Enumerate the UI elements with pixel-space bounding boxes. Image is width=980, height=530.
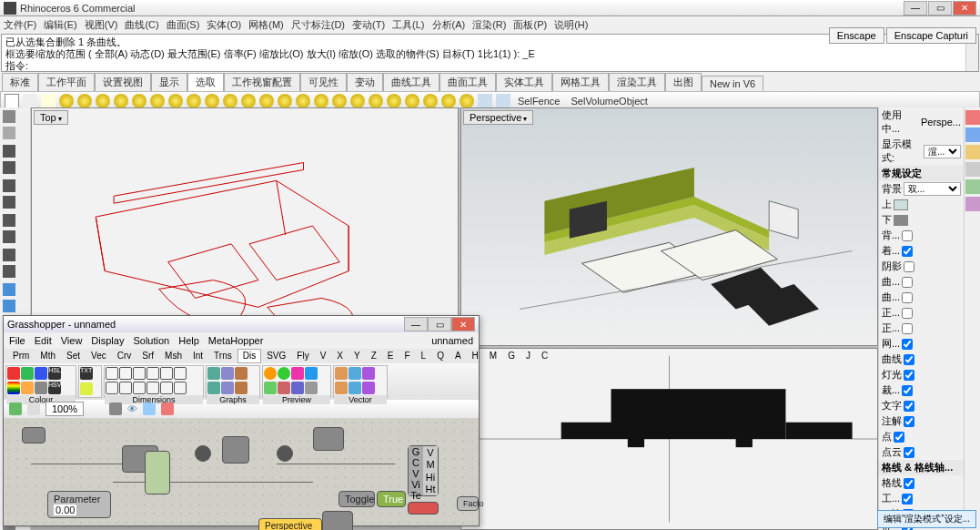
tab-viewport[interactable]: 工作视窗配置 [224,73,300,91]
rp-check[interactable] [902,246,913,257]
viewport-persp-label[interactable]: Perspective▾ [463,110,533,125]
arc-icon[interactable] [3,196,15,209]
tab-meshtools[interactable]: 网格工具 [552,73,609,91]
rp-check[interactable] [904,416,914,427]
gh-tab-z[interactable]: Z [366,349,382,363]
bg-select[interactable]: 双... [904,182,961,196]
gh-tab-x[interactable]: X [331,349,349,363]
ellipse-icon[interactable] [3,265,15,278]
sel-icon[interactable] [369,94,383,108]
polygon-icon[interactable] [3,230,15,243]
gh-menu-solution[interactable]: Solution [133,335,169,346]
sel-icon[interactable] [114,94,128,108]
tab-rendertools[interactable]: 渲染工具 [609,73,665,91]
rp-check[interactable] [904,478,914,489]
menu-transform[interactable]: 变动(T) [352,18,385,32]
viewport-front[interactable] [460,348,878,530]
sel-icon[interactable] [278,94,292,108]
menu-dimension[interactable]: 尺寸标注(D) [291,18,345,32]
rp-check[interactable] [902,292,913,303]
gh-toggle-node[interactable]: Toggle [338,491,375,507]
gh-tab-e[interactable]: E [382,349,399,363]
pointer-icon[interactable] [3,110,15,123]
surface-icon[interactable] [3,283,15,296]
sel-icon[interactable] [150,94,165,108]
sel-icon[interactable] [460,94,474,108]
gh-maximize-button[interactable]: ▭ [428,317,451,331]
sel-icon[interactable] [168,94,183,108]
gh-tab-dis[interactable]: Dis [237,349,261,363]
gh-tab-c[interactable]: C [536,349,553,363]
selfence-button[interactable]: SelFence [514,96,563,107]
rp-check[interactable] [894,432,904,443]
sel-icon[interactable] [223,94,237,108]
gh-toggle-true[interactable]: True [377,491,406,507]
sel-icon[interactable] [59,94,74,108]
gh-facto-node[interactable]: Facto [457,496,479,511]
tool-icon[interactable] [23,94,37,108]
sel-icon[interactable] [296,94,310,108]
gh-tab-fly[interactable]: Fly [291,349,314,363]
rp-check[interactable] [904,354,914,365]
rp-check[interactable] [904,370,914,381]
enscape-button[interactable]: Enscape [829,27,884,44]
gh-tab-h[interactable]: H [467,349,484,363]
gh-docname[interactable]: unnamed [431,335,473,346]
gh-tab-srf[interactable]: Srf [136,349,159,363]
gh-node[interactable] [145,451,170,494]
rp-check[interactable] [904,447,914,458]
gh-tab-int[interactable]: Int [187,349,208,363]
sel-icon[interactable] [405,94,419,108]
layers-icon[interactable] [965,127,980,142]
sel-icon[interactable] [241,94,256,108]
circle-icon[interactable] [3,179,15,192]
gh-node[interactable] [222,436,249,464]
sel-icon[interactable] [350,94,365,108]
maximize-button[interactable]: ▭ [928,1,952,15]
menu-surface[interactable]: 曲面(S) [167,18,200,32]
gh-tab-trns[interactable]: Trns [208,349,237,363]
enscape-capture-button[interactable]: Enscape Capturi [886,27,976,44]
display-mode-select[interactable]: 渲... [924,145,961,158]
tab-cplane[interactable]: 工作平面 [38,73,95,91]
down-swatch[interactable] [894,215,908,226]
gh-perspective-node[interactable]: Perspective [258,518,322,530]
gh-tab-m[interactable]: M [484,349,502,363]
render-icon[interactable] [965,179,980,194]
gh-close-button[interactable]: ✕ [451,317,475,331]
tool-icon[interactable] [5,94,19,108]
gh-menu-file[interactable]: File [9,335,25,346]
rp-check[interactable] [902,494,913,505]
gh-menu-metahopper[interactable]: MetaHopper [208,335,264,346]
menu-solid[interactable]: 实体(O) [207,18,241,32]
gh-tab-crv[interactable]: Crv [112,349,137,363]
panel-tab-active[interactable]: 使用中... [882,108,919,136]
help-icon[interactable] [965,197,980,211]
gh-tab-msh[interactable]: Msh [159,349,187,363]
gh-node[interactable] [322,511,353,530]
tab-solidtools[interactable]: 实体工具 [496,73,552,91]
up-swatch[interactable] [894,199,908,210]
gh-tab-set[interactable]: Set [61,349,86,363]
rp-check[interactable] [902,308,913,319]
properties-icon[interactable] [965,145,980,159]
rp-check[interactable] [904,401,914,412]
gh-big-component[interactable]: GCVViTeTs VMHiHt [408,445,439,496]
menu-help[interactable]: 说明(H) [554,18,588,32]
material-icon[interactable] [965,110,980,125]
gh-preview-icon[interactable] [109,403,122,415]
sel-icon[interactable] [96,94,110,108]
gh-tab-j[interactable]: J [520,349,536,363]
tab-visibility[interactable]: 可见性 [300,73,347,91]
tool-icon[interactable] [41,94,56,108]
gh-open-icon[interactable] [27,403,40,415]
gh-node-round[interactable] [195,445,211,462]
gh-canvas[interactable]: Parameter 0.00 Toggle True Perspective G… [4,418,479,525]
panel-tab-persp[interactable]: Perspe... [921,117,961,127]
gh-tab-q[interactable]: Q [431,349,450,363]
gh-tab-a[interactable]: A [450,349,467,363]
gh-save-icon[interactable] [9,403,22,415]
tab-curvetools[interactable]: 曲线工具 [383,73,439,91]
gh-menu-edit[interactable]: Edit [35,335,52,346]
viewport-top-label[interactable]: Top▾ [34,110,68,125]
